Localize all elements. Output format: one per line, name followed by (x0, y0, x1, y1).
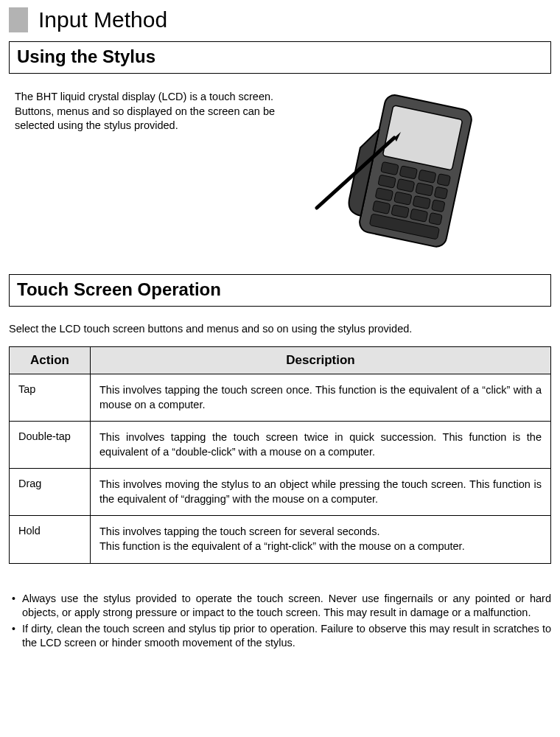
svg-rect-5 (437, 174, 451, 186)
col-header-description: Description (91, 347, 551, 374)
cell-action: Tap (10, 374, 91, 422)
cell-description: This involves tapping the touch screen t… (91, 422, 551, 469)
cell-description-line2: This function is the equivalent of a “ri… (99, 539, 542, 554)
cell-description: This involves moving the stylus to an ob… (91, 469, 551, 516)
cell-action: Hold (10, 516, 91, 563)
table-row: Tap This involves tapping the touch scre… (10, 374, 551, 422)
usage-notes-list: Always use the stylus provided to operat… (9, 592, 551, 651)
table-row: Drag This involves moving the stylus to … (10, 469, 551, 516)
title-marker (9, 7, 28, 32)
svg-rect-9 (434, 186, 448, 199)
cell-action: Double-tap (10, 422, 91, 469)
page-title: Input Method (38, 7, 167, 32)
touch-actions-table: Action Description Tap This involves tap… (9, 346, 551, 564)
handheld-device-icon (302, 90, 523, 252)
list-item: If dirty, clean the touch screen and sty… (9, 622, 551, 651)
page-title-row: Input Method (9, 7, 551, 32)
table-row: Double-tap This involves tapping the tou… (10, 422, 551, 469)
cell-action: Drag (10, 469, 91, 516)
section-using-stylus-heading: Using the Stylus (17, 46, 543, 67)
table-header-row: Action Description (10, 347, 551, 374)
svg-rect-17 (429, 212, 443, 225)
section-using-stylus-box: Using the Stylus (9, 41, 551, 74)
cell-description: This involves tapping the touch screen o… (91, 374, 551, 422)
device-illustration (302, 90, 523, 252)
list-item: Always use the stylus provided to operat… (9, 592, 551, 621)
col-header-action: Action (10, 347, 91, 374)
cell-description-line1: This involves tapping the touch screen f… (99, 525, 379, 537)
cell-description: This involves tapping the touch screen f… (91, 516, 551, 563)
touch-intro-text: Select the LCD touch screen buttons and … (9, 323, 551, 335)
stylus-intro-row: The BHT liquid crystal display (LCD) is … (15, 90, 551, 252)
svg-rect-13 (431, 200, 445, 212)
stylus-intro-text: The BHT liquid crystal display (LCD) is … (15, 90, 287, 133)
section-touch-operation-box: Touch Screen Operation (9, 274, 551, 307)
table-row: Hold This involves tapping the touch scr… (10, 516, 551, 563)
section-touch-operation-heading: Touch Screen Operation (17, 279, 543, 300)
